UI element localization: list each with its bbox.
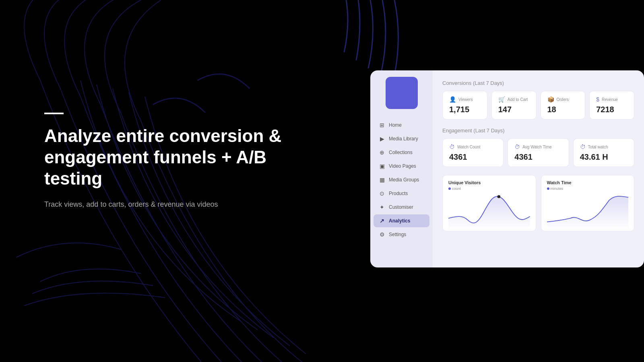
conversions-title: Conversions (Last 7 Days): [442, 80, 634, 86]
sidebar-item-home[interactable]: ⊞Home: [374, 119, 429, 132]
card-label-watch-count: Watch Count: [457, 145, 480, 149]
chart-legend-unique-visitors: count: [448, 187, 530, 191]
card-header-orders: 📦 Orders: [547, 96, 579, 103]
card-add-to-cart: 🛒 Add to Cart 147: [491, 91, 537, 119]
products-icon: ⊙: [378, 190, 386, 197]
card-value-viewers: 1,715: [449, 105, 481, 114]
add-to-cart-icon: 🛒: [498, 96, 505, 103]
sidebar-label-customiser: Customiser: [389, 204, 413, 210]
card-label-avg-watch-time: Avg Watch Time: [522, 145, 551, 149]
media-library-icon: ▶: [378, 136, 386, 142]
sidebar: ⊞Home▶Media Library⊕Collections▣Video Pa…: [370, 70, 433, 267]
video-pages-icon: ▣: [378, 163, 386, 169]
legend-entry-watch-time: minutes: [547, 187, 564, 191]
legend-dot-watch-time: [547, 187, 549, 190]
card-label-orders: Orders: [557, 97, 569, 102]
engagement-section: Engagement (Last 7 Days) ⏱ Watch Count 4…: [442, 128, 634, 167]
card-header-revenue: $ Revenue: [596, 96, 627, 103]
card-header-watch-count: ⏱ Watch Count: [449, 144, 497, 150]
sidebar-label-home: Home: [389, 122, 402, 128]
sidebar-item-collections[interactable]: ⊕Collections: [374, 146, 429, 159]
card-label-total-watch: Total watch: [588, 145, 608, 149]
chart-unique-visitors: Unique Visitors count: [442, 175, 536, 231]
card-header-total-watch: ⏱ Total watch: [580, 144, 627, 150]
customiser-icon: ✦: [378, 204, 386, 210]
main-content: Conversions (Last 7 Days) 👤 Viewers 1,71…: [433, 70, 644, 267]
card-viewers: 👤 Viewers 1,715: [442, 91, 487, 119]
engagement-title: Engagement (Last 7 Days): [442, 128, 634, 134]
chart-svg-watch-time: [547, 193, 629, 227]
card-revenue: $ Revenue 7218: [589, 91, 634, 119]
engagement-cards: ⏱ Watch Count 4361 ⏱ Avg Watch Time 4361…: [442, 138, 634, 167]
media-groups-icon: ▦: [378, 177, 386, 183]
svg-point-0: [497, 195, 501, 198]
revenue-icon: $: [596, 96, 599, 103]
sidebar-item-analytics[interactable]: ↗Analytics: [374, 214, 429, 227]
sidebar-label-video-pages: Video Pages: [389, 163, 416, 169]
sidebar-item-products[interactable]: ⊙Products: [374, 187, 429, 200]
chart-legend-watch-time: minutes: [547, 187, 629, 191]
conversions-cards: 👤 Viewers 1,715 🛒 Add to Cart 147 📦 Orde…: [442, 91, 634, 119]
card-value-add-to-cart: 147: [498, 105, 530, 114]
card-value-watch-count: 4361: [449, 152, 497, 162]
card-orders: 📦 Orders 18: [541, 91, 586, 119]
card-value-total-watch: 43.61 H: [580, 152, 627, 162]
sidebar-item-customiser[interactable]: ✦Customiser: [374, 201, 429, 214]
card-label-revenue: Revenue: [602, 97, 618, 102]
sidebar-navigation: ⊞Home▶Media Library⊕Collections▣Video Pa…: [370, 119, 433, 241]
sidebar-logo: [386, 77, 418, 109]
sidebar-label-analytics: Analytics: [389, 218, 410, 224]
card-header-add-to-cart: 🛒 Add to Cart: [498, 96, 530, 103]
sidebar-label-collections: Collections: [389, 150, 413, 155]
legend-entry-unique-visitors: count: [448, 187, 461, 191]
chart-title-unique-visitors: Unique Visitors: [448, 180, 530, 185]
hero-heading: Analyze entire conversion & engagement f…: [44, 125, 318, 189]
sidebar-label-settings: Settings: [389, 232, 406, 237]
card-value-revenue: 7218: [596, 105, 627, 114]
hero-subheading: Track views, add to carts, orders & reve…: [44, 199, 318, 210]
total-watch-icon: ⏱: [580, 144, 586, 150]
collections-icon: ⊕: [378, 149, 386, 156]
card-avg-watch-time: ⏱ Avg Watch Time 4361: [508, 138, 569, 167]
chart-watch-time: Watch Time minutes: [541, 175, 635, 231]
legend-dot-unique-visitors: [448, 187, 451, 190]
sidebar-label-media-library: Media Library: [389, 136, 418, 142]
sidebar-item-settings[interactable]: ⚙Settings: [374, 228, 429, 241]
viewers-icon: 👤: [449, 96, 456, 103]
card-header-avg-watch-time: ⏱ Avg Watch Time: [514, 144, 562, 150]
chart-svg-unique-visitors: [448, 193, 530, 227]
card-label-viewers: Viewers: [458, 97, 473, 102]
card-watch-count: ⏱ Watch Count 4361: [442, 138, 504, 167]
card-value-avg-watch-time: 4361: [514, 152, 562, 162]
orders-icon: 📦: [547, 96, 554, 103]
sidebar-label-media-groups: Media Groups: [389, 177, 419, 183]
card-total-watch: ⏱ Total watch 43.61 H: [573, 138, 634, 167]
chart-title-watch-time: Watch Time: [547, 180, 629, 185]
avg-watch-time-icon: ⏱: [514, 144, 520, 150]
watch-count-icon: ⏱: [449, 144, 455, 150]
conversions-section: Conversions (Last 7 Days) 👤 Viewers 1,71…: [442, 80, 634, 119]
home-icon: ⊞: [378, 122, 386, 128]
sidebar-item-media-library[interactable]: ▶Media Library: [374, 132, 429, 145]
sidebar-item-video-pages[interactable]: ▣Video Pages: [374, 160, 429, 173]
analytics-icon: ↗: [378, 218, 386, 224]
card-value-orders: 18: [547, 105, 579, 114]
settings-icon: ⚙: [378, 231, 386, 238]
sidebar-item-media-groups[interactable]: ▦Media Groups: [374, 173, 429, 186]
card-label-add-to-cart: Add to Cart: [508, 97, 528, 102]
dashboard-panel: ⊞Home▶Media Library⊕Collections▣Video Pa…: [370, 70, 644, 267]
charts-row: Unique Visitors count Watch T: [442, 175, 634, 231]
sidebar-label-products: Products: [389, 191, 408, 196]
card-header-viewers: 👤 Viewers: [449, 96, 481, 103]
accent-line: [44, 113, 64, 114]
